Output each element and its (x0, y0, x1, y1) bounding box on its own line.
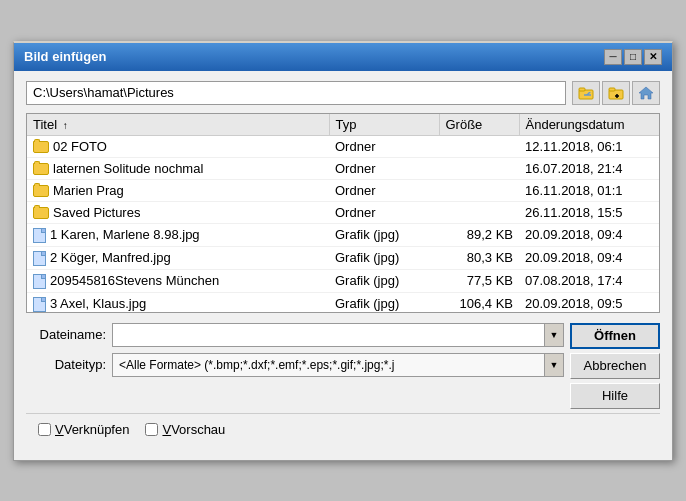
cell-type: Grafik (jpg) (329, 292, 439, 312)
close-button[interactable]: ✕ (644, 49, 662, 65)
home-button[interactable] (632, 81, 660, 105)
svg-rect-4 (609, 88, 615, 91)
cell-date: 12.11.2018, 06:1 (519, 135, 659, 157)
cell-type: Ordner (329, 135, 439, 157)
table-row[interactable]: laternen Solitude nochmal Ordner 16.07.2… (27, 157, 659, 179)
dialog-window: Bild einfügen ─ □ ✕ (13, 41, 673, 461)
cell-name: 3 Axel, Klaus.jpg (27, 292, 329, 312)
title-bar: Bild einfügen ─ □ ✕ (14, 43, 672, 71)
cell-size (439, 157, 519, 179)
filetype-row: Dateityp: ▼ (26, 353, 564, 377)
path-input[interactable] (26, 81, 566, 105)
cell-type: Grafik (jpg) (329, 246, 439, 269)
filetype-dropdown[interactable]: ▼ (544, 353, 564, 377)
file-list[interactable]: Titel ↑ Typ Größe Änderungsdatum 02 FOTO… (26, 113, 660, 313)
table-row[interactable]: Saved Pictures Ordner 26.11.2018, 15:5 (27, 201, 659, 223)
cell-date: 20.09.2018, 09:5 (519, 292, 659, 312)
cell-type: Grafik (jpg) (329, 223, 439, 246)
link-checkbox[interactable] (38, 423, 51, 436)
cell-date: 16.11.2018, 01:1 (519, 179, 659, 201)
cell-date: 16.07.2018, 21:4 (519, 157, 659, 179)
cell-name: laternen Solitude nochmal (27, 157, 329, 179)
table-row[interactable]: 209545816Stevens München Grafik (jpg) 77… (27, 269, 659, 292)
dialog-title: Bild einfügen (24, 49, 106, 64)
table-row[interactable]: 2 Köger, Manfred.jpg Grafik (jpg) 80,3 K… (27, 246, 659, 269)
link-label: VVerknüpfen (55, 422, 129, 437)
filename-input[interactable] (112, 323, 564, 347)
cell-type: Grafik (jpg) (329, 269, 439, 292)
svg-rect-1 (579, 88, 585, 91)
svg-marker-7 (639, 87, 653, 99)
folder-up-button[interactable] (572, 81, 600, 105)
help-button[interactable]: Hilfe (570, 383, 660, 409)
cell-size (439, 201, 519, 223)
cell-type: Ordner (329, 201, 439, 223)
toolbar-buttons (572, 81, 660, 105)
col-type[interactable]: Typ (329, 114, 439, 136)
new-folder-button[interactable] (602, 81, 630, 105)
cancel-button[interactable]: Abbrechen (570, 353, 660, 379)
preview-checkbox-label[interactable]: VVorschau (145, 422, 225, 437)
preview-label: VVorschau (162, 422, 225, 437)
col-size[interactable]: Größe (439, 114, 519, 136)
path-bar (26, 81, 660, 105)
cell-name: Saved Pictures (27, 201, 329, 223)
filetype-label: Dateityp: (26, 357, 106, 372)
cell-name: 1 Karen, Marlene 8.98.jpg (27, 223, 329, 246)
preview-checkbox[interactable] (145, 423, 158, 436)
cell-size: 89,2 KB (439, 223, 519, 246)
filename-label: Dateiname: (26, 327, 106, 342)
filename-input-wrap: ▼ (112, 323, 564, 347)
filetype-input-wrap: ▼ (112, 353, 564, 377)
filename-row: Dateiname: ▼ (26, 323, 564, 347)
bottom-bar: VVerknüpfen VVorschau (26, 413, 660, 445)
form-and-buttons: Dateiname: ▼ Dateityp: ▼ Öffne (26, 323, 660, 409)
cell-name: 2 Köger, Manfred.jpg (27, 246, 329, 269)
cell-size: 106,4 KB (439, 292, 519, 312)
table-row[interactable]: 02 FOTO Ordner 12.11.2018, 06:1 (27, 135, 659, 157)
minimize-button[interactable]: ─ (604, 49, 622, 65)
cell-size (439, 179, 519, 201)
dialog-body: Titel ↑ Typ Größe Änderungsdatum 02 FOTO… (14, 71, 672, 455)
cell-name: 209545816Stevens München (27, 269, 329, 292)
cell-date: 20.09.2018, 09:4 (519, 223, 659, 246)
file-table: Titel ↑ Typ Größe Änderungsdatum 02 FOTO… (27, 114, 659, 313)
cell-size: 77,5 KB (439, 269, 519, 292)
cell-size: 80,3 KB (439, 246, 519, 269)
cell-name: 02 FOTO (27, 135, 329, 157)
cell-date: 07.08.2018, 17:4 (519, 269, 659, 292)
title-bar-buttons: ─ □ ✕ (604, 49, 662, 65)
table-row[interactable]: 1 Karen, Marlene 8.98.jpg Grafik (jpg) 8… (27, 223, 659, 246)
link-checkbox-label[interactable]: VVerknüpfen (38, 422, 129, 437)
action-buttons: Öffnen Abbrechen Hilfe (570, 323, 660, 409)
filename-dropdown[interactable]: ▼ (544, 323, 564, 347)
table-row[interactable]: 3 Axel, Klaus.jpg Grafik (jpg) 106,4 KB … (27, 292, 659, 312)
cell-date: 20.09.2018, 09:4 (519, 246, 659, 269)
cell-date: 26.11.2018, 15:5 (519, 201, 659, 223)
form-fields: Dateiname: ▼ Dateityp: ▼ (26, 323, 564, 383)
title-bar-left: Bild einfügen (24, 49, 106, 64)
col-date[interactable]: Änderungsdatum (519, 114, 659, 136)
filetype-input[interactable] (112, 353, 564, 377)
cell-type: Ordner (329, 157, 439, 179)
restore-button[interactable]: □ (624, 49, 642, 65)
table-row[interactable]: Marien Prag Ordner 16.11.2018, 01:1 (27, 179, 659, 201)
cell-name: Marien Prag (27, 179, 329, 201)
col-title[interactable]: Titel ↑ (27, 114, 329, 136)
open-button[interactable]: Öffnen (570, 323, 660, 349)
cell-type: Ordner (329, 179, 439, 201)
cell-size (439, 135, 519, 157)
